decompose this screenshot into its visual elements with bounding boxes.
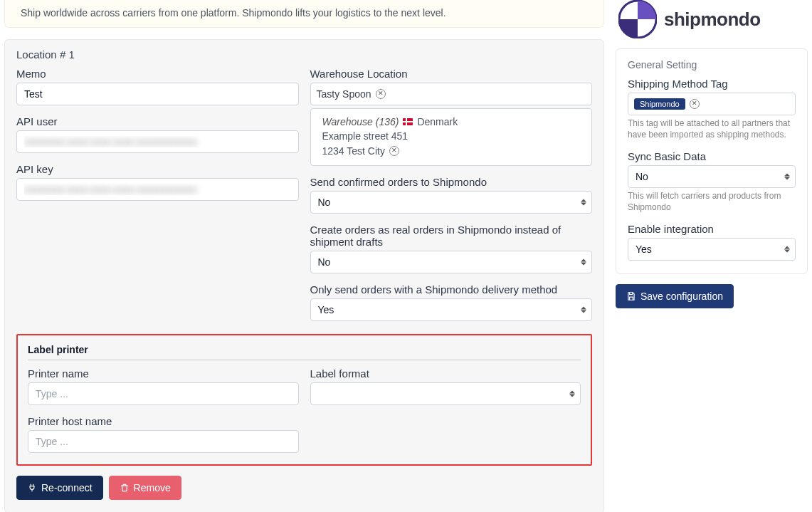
warehouse-city: 1234 Test City — [322, 144, 385, 158]
api-user-label: API user — [16, 115, 299, 127]
sync-label: Sync Basic Data — [628, 150, 796, 162]
shipmondo-logo-icon — [618, 0, 657, 38]
trash-icon — [120, 483, 130, 493]
sync-hint: This will fetch carriers and products fr… — [628, 191, 796, 213]
remove-button[interactable]: Remove — [109, 476, 181, 500]
enable-label: Enable integration — [628, 223, 796, 235]
shipping-tag-label: Shipping Method Tag — [628, 78, 796, 90]
warehouse-country: Denmark — [417, 115, 458, 129]
shipmondo-logo: shipmondo — [616, 0, 808, 38]
general-setting-heading: General Setting — [628, 59, 796, 70]
label-printer-section: Label printer Printer name Printer host … — [16, 334, 592, 466]
create-real-select[interactable]: No — [310, 251, 593, 273]
info-banner-text: Ship worldwide across carriers from one … — [21, 7, 446, 19]
printer-host-label: Printer host name — [28, 415, 299, 427]
printer-name-label: Printer name — [28, 367, 299, 380]
api-key-label: API key — [16, 163, 299, 175]
printer-name-input[interactable] — [28, 382, 299, 405]
warehouse-id: Warehouse (136) — [322, 115, 399, 129]
label-format-label: Label format — [310, 367, 581, 380]
memo-label: Memo — [16, 68, 299, 80]
warehouse-tag: Tasty Spoon — [317, 88, 371, 100]
location-title: Location # 1 — [16, 48, 592, 61]
general-setting-card: General Setting Shipping Method Tag Ship… — [616, 48, 808, 274]
remove-shipping-tag-icon[interactable]: ✕ — [690, 99, 700, 109]
only-shipmondo-select[interactable]: Yes — [310, 298, 593, 321]
memo-input[interactable] — [16, 83, 299, 105]
save-configuration-button[interactable]: Save configuration — [616, 284, 734, 308]
warehouse-label: Warehouse Location — [310, 68, 593, 80]
label-format-select[interactable] — [310, 382, 581, 405]
label-printer-heading: Label printer — [28, 344, 581, 355]
plug-icon — [27, 483, 37, 493]
remove-address-icon[interactable]: ✕ — [389, 146, 399, 156]
info-banner: Ship worldwide across carriers from one … — [4, 0, 604, 28]
send-confirmed-label: Send confirmed orders to Shipmondo — [310, 176, 593, 188]
only-shipmondo-label: Only send orders with a Shipmondo delive… — [310, 283, 593, 296]
flag-denmark-icon — [403, 118, 413, 125]
reconnect-button[interactable]: Re-connect — [16, 476, 103, 500]
warehouse-street: Example street 451 — [322, 129, 408, 143]
location-card: Location # 1 Memo API user API key — [4, 39, 604, 512]
enable-select[interactable]: Yes — [628, 238, 796, 261]
create-real-label: Create orders as real orders in Shipmond… — [310, 224, 593, 248]
warehouse-address: Warehouse (136) Denmark Example street 4… — [310, 108, 593, 166]
save-icon — [626, 291, 636, 301]
shipping-tag-pill: Shipmondo — [634, 98, 685, 110]
sync-select[interactable]: No — [628, 165, 796, 188]
warehouse-input[interactable]: Tasty Spoon ✕ — [310, 83, 593, 105]
shipping-tag-hint: This tag will be attached to all partner… — [628, 118, 796, 140]
api-key-input[interactable] — [16, 178, 299, 201]
shipmondo-logo-text: shipmondo — [664, 9, 761, 31]
remove-warehouse-icon[interactable]: ✕ — [376, 89, 386, 99]
api-user-input[interactable] — [16, 130, 299, 153]
send-confirmed-select[interactable]: No — [310, 191, 593, 214]
printer-host-input[interactable] — [28, 430, 299, 453]
shipping-tag-input[interactable]: Shipmondo ✕ — [628, 93, 796, 115]
